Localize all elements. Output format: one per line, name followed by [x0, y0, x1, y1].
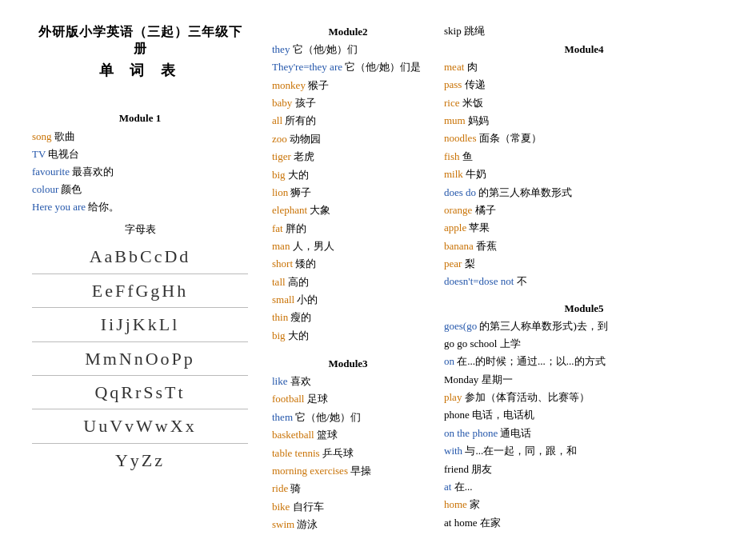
module1-title: Module 1	[32, 112, 248, 125]
word-entry: they 它（他/她）们	[272, 41, 424, 58]
alphabet-title: 字母表	[32, 222, 248, 237]
word-entry: ride 骑	[272, 480, 424, 497]
word-entry: thin 瘦的	[272, 309, 424, 326]
word-entry: monkey 猴子	[272, 77, 424, 94]
module4-title: Module4	[444, 43, 724, 56]
word-entry: orange 橘子	[444, 202, 724, 219]
main-title: 外研版小学英语（三起）三年级下册	[32, 24, 248, 58]
word-entry: morning exercises 早操	[272, 462, 424, 480]
module2-column: Module2 they 它（他/她）们They're=they are 它（他…	[256, 24, 432, 533]
word-entry: them 它（他/她）们	[272, 409, 424, 426]
word-entry: go go school 上学	[444, 335, 724, 353]
word-entry: tiger 老虎	[272, 148, 424, 166]
alphabet-row: YyZz	[32, 444, 248, 477]
word-entry: colour 颜色	[32, 181, 248, 198]
word-entry: apple 苹果	[444, 219, 724, 237]
word-entry: fish 鱼	[444, 148, 724, 166]
word-entry: baby 孩子	[272, 94, 424, 112]
word-entry: elephant 大象	[272, 202, 424, 219]
word-entry: play 参加（体育活动、比赛等）	[444, 389, 724, 406]
word-entry: song 歌曲	[32, 128, 248, 146]
alphabet-section: 字母表 AaBbCcDdEeFfGgHhIiJjKkLlMmNnOoPpQqRr…	[32, 222, 248, 477]
word-entry: with 与...在一起，同，跟，和	[444, 442, 724, 460]
skip-zh: 跳绳	[464, 25, 485, 37]
module2-title: Module2	[272, 26, 424, 38]
module3-title: Module3	[272, 357, 424, 370]
word-entry: short 矮的	[272, 255, 424, 273]
word-entry: at 在...	[444, 478, 724, 496]
word-entry: They're=they are 它（他/她）们是	[272, 58, 424, 76]
word-entry: pass 传递	[444, 76, 724, 94]
word-entry: doesn't=dose not 不	[444, 273, 724, 290]
word-entry: friend 朋友	[444, 461, 724, 478]
alphabet-row: QqRrSsTt	[32, 376, 248, 409]
alphabet-row: UuVvWwXx	[32, 409, 248, 443]
module5-title: Module5	[444, 302, 724, 315]
word-entry: football 足球	[272, 390, 424, 408]
word-entry: milk 牛奶	[444, 166, 724, 183]
alphabet-row: AaBbCcDd	[32, 240, 248, 273]
word-entry: pear 梨	[444, 255, 724, 273]
word-entry: mum 妈妈	[444, 112, 724, 130]
word-entry: swim 游泳	[272, 516, 424, 533]
word-entry: meat 肉	[444, 58, 724, 76]
word-entry: phone 电话，电话机	[444, 406, 724, 424]
skip-en: skip	[444, 25, 462, 37]
alphabet-row: EeFfGgHh	[32, 274, 248, 308]
module4-words: meat 肉pass 传递rice 米饭mum 妈妈noodles 面条（常夏）…	[444, 58, 724, 291]
word-entry: small 小的	[272, 291, 424, 309]
word-entry: man 人，男人	[272, 238, 424, 255]
module5-words: goes(go 的第三人称单数形式)去，到go go school 上学on 在…	[444, 317, 724, 532]
word-entry: home 家	[444, 496, 724, 513]
page: 外研版小学英语（三起）三年级下册 单 词 表 Module 1 song 歌曲T…	[0, 0, 756, 535]
word-entry: does do 的第三人称单数形式	[444, 184, 724, 202]
alphabet-row: MmNnOoPp	[32, 342, 248, 376]
word-entry: zoo 动物园	[272, 130, 424, 148]
word-entry: lion 狮子	[272, 184, 424, 202]
word-entry: on the phone 通电话	[444, 425, 724, 442]
word-entry: on 在...的时候；通过...；以...的方式	[444, 353, 724, 370]
word-entry: at home 在家	[444, 514, 724, 532]
word-entry: tall 高的	[272, 273, 424, 291]
word-entry: Here you are 给你。	[32, 198, 248, 216]
word-entry: Monday 星期一	[444, 371, 724, 389]
word-entry: basketball 篮球	[272, 426, 424, 444]
word-entry: big 大的	[272, 327, 424, 345]
word-entry: bike 自行车	[272, 498, 424, 516]
module2-words: they 它（他/她）们They're=they are 它（他/她）们是mon…	[272, 41, 424, 345]
word-entry: noodles 面条（常夏）	[444, 130, 724, 147]
word-entry: like 喜欢	[272, 373, 424, 390]
skip-line: skip 跳绳	[444, 24, 724, 38]
module1-words: song 歌曲TV 电视台favourite 最喜欢的colour 颜色Here…	[32, 128, 248, 216]
word-entry: rice 米饭	[444, 94, 724, 112]
word-entry: favourite 最喜欢的	[32, 163, 248, 181]
word-entry: all 所有的	[272, 112, 424, 130]
module3-words: like 喜欢football 足球them 它（他/她）们basketball…	[272, 373, 424, 533]
sub-title: 单 词 表	[32, 61, 248, 80]
alphabet-rows: AaBbCcDdEeFfGgHhIiJjKkLlMmNnOoPpQqRrSsTt…	[32, 240, 248, 477]
right-column: skip 跳绳 Module4 meat 肉pass 传递rice 米饭mum …	[432, 24, 724, 533]
word-entry: big 大的	[272, 166, 424, 184]
word-entry: table tennis 乒乓球	[272, 445, 424, 462]
alphabet-row: IiJjKkLl	[32, 308, 248, 341]
word-entry: fat 胖的	[272, 220, 424, 238]
word-entry: goes(go 的第三人称单数形式)去，到	[444, 317, 724, 335]
word-entry: banana 香蕉	[444, 238, 724, 255]
word-entry: TV 电视台	[32, 146, 248, 163]
left-column: 外研版小学英语（三起）三年级下册 单 词 表 Module 1 song 歌曲T…	[32, 24, 256, 533]
